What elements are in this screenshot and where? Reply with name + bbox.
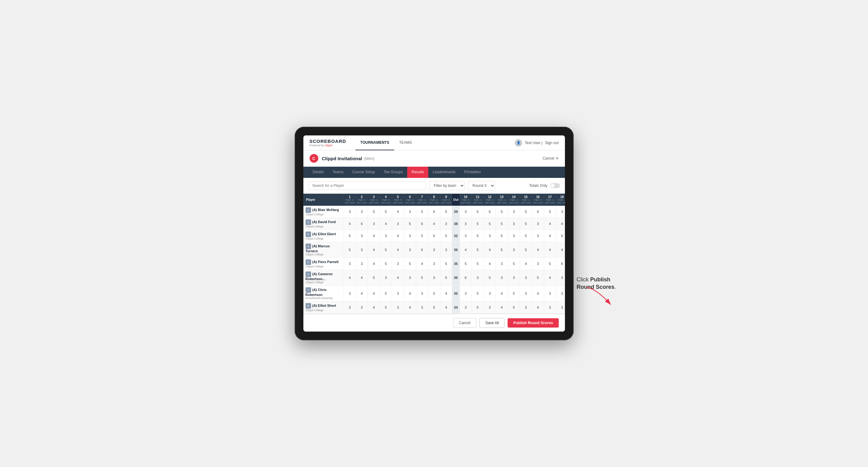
tab-printables[interactable]: Printables <box>460 167 485 178</box>
sign-out-link[interactable]: Sign out <box>545 141 558 145</box>
score-hole-15[interactable]: 3 <box>520 302 532 314</box>
score-hole-18[interactable]: 4 <box>556 218 565 230</box>
score-hole-2[interactable]: 4 <box>356 286 368 302</box>
score-hole-18[interactable]: 3 <box>556 206 565 218</box>
score-hole-18[interactable]: 4 <box>556 242 565 258</box>
tab-details[interactable]: Details <box>308 167 329 178</box>
tab-leaderboards[interactable]: Leaderboards <box>428 167 460 178</box>
score-hole-10[interactable]: 5 <box>460 258 472 270</box>
score-hole-2[interactable]: 3 <box>356 302 368 314</box>
score-hole-1[interactable]: 3 <box>344 206 356 218</box>
score-hole-16[interactable]: 3 <box>532 230 544 242</box>
score-hole-7[interactable]: 3 <box>416 302 428 314</box>
score-hole-5[interactable]: 3 <box>392 258 404 270</box>
score-hole-7[interactable]: 5 <box>416 206 428 218</box>
score-hole-13[interactable]: 5 <box>496 206 508 218</box>
score-hole-8[interactable]: 3 <box>428 242 440 258</box>
score-hole-10[interactable]: 6 <box>460 270 472 286</box>
score-hole-10[interactable]: 3 <box>460 302 472 314</box>
score-hole-3[interactable]: 3 <box>368 218 380 230</box>
score-hole-1[interactable]: 4 <box>344 218 356 230</box>
score-hole-17[interactable]: 3 <box>544 302 556 314</box>
score-hole-4[interactable]: 5 <box>380 206 392 218</box>
score-hole-13[interactable]: 4 <box>496 286 508 302</box>
score-hole-5[interactable]: 3 <box>392 286 404 302</box>
score-hole-1[interactable]: 4 <box>344 270 356 286</box>
score-hole-9[interactable]: 3 <box>440 242 452 258</box>
score-hole-14[interactable]: 3 <box>508 206 520 218</box>
score-hole-12[interactable]: 5 <box>484 270 496 286</box>
score-hole-17[interactable]: 4 <box>544 242 556 258</box>
score-hole-4[interactable]: 5 <box>380 302 392 314</box>
score-hole-7[interactable]: 5 <box>416 270 428 286</box>
score-hole-11[interactable]: 5 <box>472 286 484 302</box>
score-hole-14[interactable]: 3 <box>508 230 520 242</box>
score-hole-16[interactable]: 3 <box>532 218 544 230</box>
score-hole-15[interactable]: 5 <box>520 230 532 242</box>
score-hole-16[interactable]: 6 <box>532 206 544 218</box>
score-hole-12[interactable]: 6 <box>484 206 496 218</box>
score-hole-11[interactable]: 5 <box>472 206 484 218</box>
score-hole-14[interactable]: 3 <box>508 218 520 230</box>
score-hole-3[interactable]: 5 <box>368 270 380 286</box>
score-hole-14[interactable]: 5 <box>508 302 520 314</box>
score-hole-2[interactable]: 3 <box>356 258 368 270</box>
score-hole-15[interactable]: 3 <box>520 286 532 302</box>
score-hole-8[interactable]: 5 <box>428 302 440 314</box>
score-hole-10[interactable]: 3 <box>460 286 472 302</box>
save-all-button[interactable]: Save All <box>479 318 504 328</box>
score-hole-7[interactable]: 3 <box>416 286 428 302</box>
score-hole-1[interactable]: 5 <box>344 230 356 242</box>
score-hole-9[interactable]: 4 <box>440 302 452 314</box>
score-hole-1[interactable]: 3 <box>344 302 356 314</box>
score-hole-12[interactable]: 3 <box>484 286 496 302</box>
score-hole-10[interactable]: 3 <box>460 230 472 242</box>
score-hole-5[interactable]: 4 <box>392 242 404 258</box>
score-hole-2[interactable]: 4 <box>356 270 368 286</box>
search-input[interactable] <box>308 181 426 190</box>
score-hole-1[interactable]: 3 <box>344 286 356 302</box>
score-hole-7[interactable]: 4 <box>416 258 428 270</box>
score-hole-4[interactable]: 5 <box>380 242 392 258</box>
score-hole-14[interactable]: 5 <box>508 258 520 270</box>
score-hole-2[interactable]: 6 <box>356 218 368 230</box>
score-hole-12[interactable]: 4 <box>484 242 496 258</box>
score-hole-8[interactable]: 4 <box>428 218 440 230</box>
score-hole-4[interactable]: 3 <box>380 230 392 242</box>
score-hole-14[interactable]: 5 <box>508 286 520 302</box>
score-hole-7[interactable]: 6 <box>416 218 428 230</box>
score-hole-15[interactable]: 5 <box>520 206 532 218</box>
score-hole-10[interactable]: 4 <box>460 242 472 258</box>
score-hole-16[interactable]: 5 <box>532 270 544 286</box>
score-hole-9[interactable]: 5 <box>440 258 452 270</box>
score-hole-9[interactable]: 4 <box>440 286 452 302</box>
score-hole-11[interactable]: 5 <box>472 258 484 270</box>
score-hole-9[interactable]: 5 <box>440 270 452 286</box>
score-hole-11[interactable]: 5 <box>472 230 484 242</box>
score-hole-6[interactable]: 3 <box>404 242 416 258</box>
score-hole-2[interactable]: 3 <box>356 206 368 218</box>
team-filter-select[interactable]: Filter by team <box>429 181 465 190</box>
score-hole-11[interactable]: 5 <box>472 218 484 230</box>
score-hole-12[interactable]: 3 <box>484 230 496 242</box>
score-hole-18[interactable]: 3 <box>556 302 565 314</box>
score-hole-8[interactable]: 3 <box>428 258 440 270</box>
score-hole-3[interactable]: 4 <box>368 258 380 270</box>
score-hole-17[interactable]: 4 <box>544 230 556 242</box>
score-hole-6[interactable]: 3 <box>404 206 416 218</box>
score-hole-4[interactable]: 3 <box>380 270 392 286</box>
score-hole-11[interactable]: 5 <box>472 302 484 314</box>
score-hole-15[interactable]: 5 <box>520 218 532 230</box>
score-hole-17[interactable]: 5 <box>544 206 556 218</box>
score-hole-6[interactable]: 5 <box>404 218 416 230</box>
score-hole-15[interactable]: 4 <box>520 258 532 270</box>
score-hole-11[interactable]: 3 <box>472 270 484 286</box>
score-hole-3[interactable]: 4 <box>368 286 380 302</box>
tab-tee-groups[interactable]: Tee Groups <box>379 167 407 178</box>
nav-teams[interactable]: TEAMS <box>394 135 417 150</box>
score-hole-5[interactable]: 4 <box>392 206 404 218</box>
score-hole-18[interactable]: 6 <box>556 258 565 270</box>
score-hole-9[interactable]: 5 <box>440 230 452 242</box>
score-hole-6[interactable]: 3 <box>404 230 416 242</box>
score-hole-3[interactable]: 5 <box>368 206 380 218</box>
